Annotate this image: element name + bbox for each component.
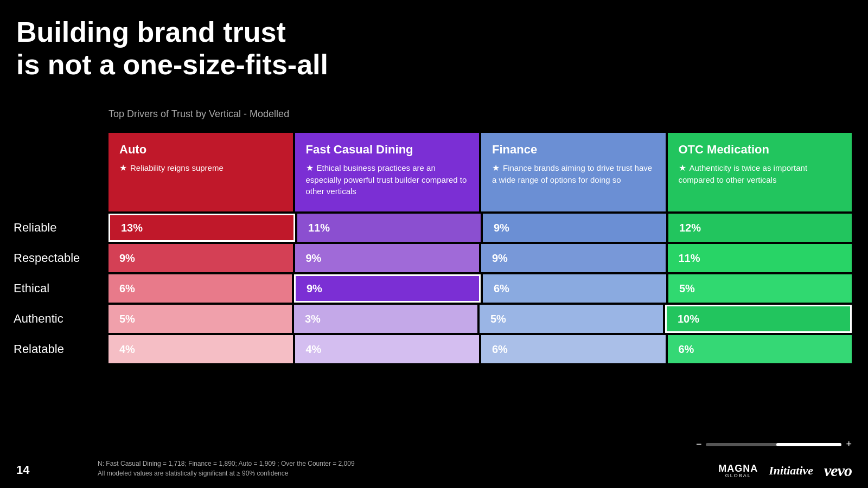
- row-authentic: Authentic 5% 3% 5% 10%: [108, 305, 852, 333]
- star-icon-auto: ★: [119, 163, 127, 172]
- header-otc: OTC Medication ★Authenticity is twice as…: [668, 133, 852, 211]
- header-finance: Finance ★Finance brands aiming to drive …: [481, 133, 666, 211]
- cell-otc-respectable: 11%: [668, 244, 852, 272]
- cell-otc-authentic: 10%: [665, 305, 852, 333]
- initiative-logo: Initiative: [769, 464, 813, 478]
- cell-fcd-reliable: 11%: [297, 214, 481, 242]
- cell-otc-relatable: 6%: [668, 335, 852, 363]
- col-note-auto: ★Reliability reigns supreme: [119, 162, 282, 174]
- cell-otc-ethical: 5%: [668, 274, 852, 303]
- star-icon-finance: ★: [492, 163, 500, 172]
- scrollbar-area: − +: [696, 439, 852, 450]
- vevo-logo: vevo: [824, 461, 852, 480]
- footnote: N: Fast Casual Dining = 1,718; Finance =…: [98, 459, 355, 478]
- cell-auto-authentic: 5%: [108, 305, 292, 333]
- cell-auto-ethical: 6%: [108, 274, 292, 303]
- star-icon-otc: ★: [679, 163, 686, 172]
- scrollbar-track[interactable]: [706, 443, 841, 446]
- cell-auto-reliable: 13%: [108, 214, 295, 242]
- cell-fcd-relatable: 4%: [295, 335, 480, 363]
- header-row: Auto ★Reliability reigns supreme Fast Ca…: [108, 133, 852, 211]
- row-respectable: Respectable 9% 9% 9% 11%: [108, 244, 852, 272]
- row-label-respectable: Respectable: [14, 244, 80, 272]
- cell-fcd-authentic: 3%: [294, 305, 477, 333]
- subtitle-muted: - Modelled: [241, 108, 289, 119]
- cell-fin-ethical: 6%: [483, 274, 666, 303]
- title-line2: is not a one-size-fits-all: [16, 49, 328, 81]
- col-note-finance: ★Finance brands aiming to drive trust ha…: [492, 162, 655, 185]
- cell-fcd-ethical: 9%: [294, 274, 481, 303]
- data-rows: Reliable 13% 11% 9% 12% Respectable 9% 9…: [108, 214, 852, 363]
- page-number: 14: [16, 463, 29, 477]
- header-fcd: Fast Casual Dining ★Ethical business pra…: [295, 133, 480, 211]
- cell-fin-relatable: 6%: [481, 335, 666, 363]
- col-title-otc: OTC Medication: [679, 143, 841, 157]
- row-ethical: Ethical 6% 9% 6% 5%: [108, 274, 852, 303]
- row-label-authentic: Authentic: [14, 305, 63, 333]
- scroll-minus-button[interactable]: −: [696, 439, 702, 450]
- cell-fin-respectable: 9%: [481, 244, 666, 272]
- footnote-line2: All modeled values are statistically sig…: [98, 468, 355, 478]
- magna-logo: MAGNA GLOBAL: [718, 464, 758, 478]
- scroll-plus-button[interactable]: +: [846, 439, 852, 450]
- row-label-relatable: Relatable: [14, 335, 64, 363]
- cell-fcd-respectable: 9%: [295, 244, 480, 272]
- cell-auto-relatable: 4%: [108, 335, 293, 363]
- col-title-fcd: Fast Casual Dining: [306, 143, 469, 157]
- footnote-line1: N: Fast Casual Dining = 1,718; Finance =…: [98, 459, 355, 468]
- subtitle-bold: Top Drivers of Trust by Vertical: [108, 108, 241, 119]
- cell-otc-reliable: 12%: [668, 214, 852, 242]
- row-reliable: Reliable 13% 11% 9% 12%: [108, 214, 852, 242]
- row-label-reliable: Reliable: [14, 214, 57, 242]
- scrollbar-thumb[interactable]: [776, 443, 841, 446]
- col-title-auto: Auto: [119, 143, 282, 157]
- logos-area: MAGNA GLOBAL Initiative vevo: [718, 461, 852, 480]
- cell-fin-reliable: 9%: [483, 214, 666, 242]
- title-line1: Building brand trust: [16, 16, 328, 49]
- col-note-fcd: ★Ethical business practices are an espec…: [306, 162, 469, 197]
- cell-fin-authentic: 5%: [480, 305, 663, 333]
- row-label-ethical: Ethical: [14, 274, 49, 303]
- col-note-otc: ★Authenticity is twice as important comp…: [679, 162, 841, 185]
- star-icon-fcd: ★: [306, 163, 314, 172]
- main-title: Building brand trust is not a one-size-f…: [16, 16, 328, 81]
- row-relatable: Relatable 4% 4% 6% 6%: [108, 335, 852, 363]
- table-container: Auto ★Reliability reigns supreme Fast Ca…: [108, 133, 852, 363]
- chart-subtitle: Top Drivers of Trust by Vertical - Model…: [108, 108, 289, 120]
- col-title-finance: Finance: [492, 143, 655, 157]
- header-auto: Auto ★Reliability reigns supreme: [108, 133, 293, 211]
- cell-auto-respectable: 9%: [108, 244, 293, 272]
